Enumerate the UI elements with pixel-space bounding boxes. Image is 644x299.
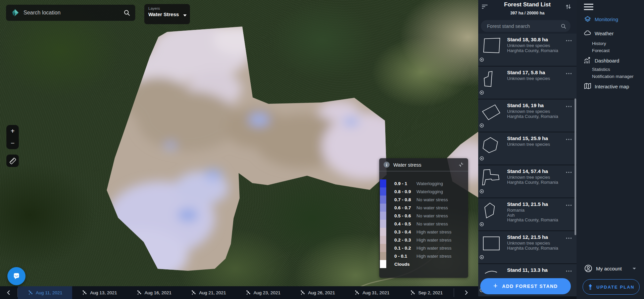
legend-range: 0.5 - 0.6 [394, 213, 416, 218]
locate-icon[interactable] [479, 222, 484, 228]
search-icon[interactable] [560, 23, 566, 29]
chat-support-button[interactable] [7, 267, 26, 285]
sidebar-subitem-forecast[interactable]: Forecast [577, 47, 644, 54]
my-account-label: My account [596, 266, 629, 271]
timeline-date-label: Aug 21, 2021 [199, 290, 226, 295]
legend-range: 0 - 0.1 [394, 254, 416, 259]
locate-icon[interactable] [479, 57, 484, 63]
my-account-menu[interactable]: My account [577, 264, 644, 273]
timeline-prev-button[interactable] [0, 286, 17, 299]
legend-description: High water stress [416, 238, 451, 243]
legend-row: 0 - 0.1High water stress [380, 252, 468, 260]
divider [379, 171, 468, 171]
legend-title: Water stress [393, 162, 455, 168]
legend-description: No water stress [416, 197, 448, 202]
legend-row: 0.8 - 0.9Waterlogging [380, 187, 468, 196]
sidebar-item-dashboard[interactable]: Dashboard [577, 56, 644, 65]
menu-hamburger-icon[interactable] [584, 4, 593, 10]
search-icon[interactable] [123, 9, 131, 16]
info-icon: i [383, 161, 390, 168]
legend-swatch [380, 236, 386, 244]
timeline-date-tab[interactable]: Aug 31, 2021 [345, 286, 399, 299]
timeline-date-tab[interactable]: Aug 16, 2021 [127, 286, 181, 299]
sidebar-item-label: Interactive map [595, 84, 629, 89]
timeline-date-tab[interactable]: Aug 13, 2021 [72, 286, 127, 299]
timeline-date-tab[interactable]: Aug 26, 2021 [290, 286, 345, 299]
stand-shape-thumbnail [482, 37, 501, 57]
collapse-icon[interactable] [458, 162, 464, 168]
legend-swatch [380, 260, 386, 268]
stand-name: Stand 12, 21.5 ha [507, 234, 548, 240]
sidebar-subitem-history[interactable]: History [577, 40, 644, 47]
sidebar-item-label: Monitoring [595, 16, 618, 22]
zoom-in-button[interactable]: + [6, 125, 19, 137]
stand-list-item[interactable]: Stand 16, 19 haUnknown tree speciesHargh… [478, 99, 577, 132]
locate-icon[interactable] [479, 123, 484, 129]
stand-list[interactable]: Stand 18, 30.8 haUnknown tree speciesHar… [478, 34, 577, 299]
upload-arrow-icon [588, 284, 593, 290]
sort-icon[interactable] [565, 4, 572, 11]
panel-title: Forest Stand List [478, 1, 577, 8]
locate-icon[interactable] [479, 156, 484, 162]
timeline-date-tab[interactable]: Aug 23, 2021 [236, 286, 290, 299]
more-options-button[interactable] [566, 267, 572, 273]
add-forest-stand-button[interactable]: + ADD FOREST STAND [480, 278, 571, 294]
sidebar-subitem-statistics[interactable]: Statistics [577, 66, 644, 73]
more-options-button[interactable] [566, 202, 572, 208]
stand-list-item[interactable]: Stand 17, 5.8 haUnknown tree species [478, 67, 577, 99]
stand-detail: Ash [507, 213, 558, 218]
stand-detail: Harghita County, Romania [507, 180, 558, 185]
satellite-map[interactable]: Layers Water Stress + − [0, 0, 478, 299]
legend-range: 0.3 - 0.4 [394, 229, 416, 234]
stand-list-item[interactable]: Stand 14, 57.4 haUnknown tree speciesHar… [478, 165, 577, 198]
measure-ruler-button[interactable] [6, 155, 19, 167]
stand-detail: Romania [507, 208, 558, 213]
layers-icon [583, 15, 592, 23]
satellite-icon [191, 290, 196, 295]
area-summary: 397 ha / 20000 ha [478, 11, 577, 15]
layers-selector[interactable]: Layers Water Stress [144, 4, 190, 24]
filter-icon[interactable] [482, 4, 488, 11]
brand-leaf-logo [11, 8, 19, 17]
more-options-button[interactable] [566, 37, 572, 43]
more-options-button[interactable] [566, 234, 572, 241]
ruler-icon [9, 157, 17, 165]
more-options-button[interactable] [566, 103, 572, 109]
legend-range: 0.8 - 0.9 [394, 189, 416, 194]
stand-shape-thumbnail [482, 136, 501, 156]
map-icon [583, 82, 592, 90]
legend-description: No water stress [416, 221, 448, 226]
sidebar-item-label: Dashboard [595, 58, 619, 63]
more-options-button[interactable] [566, 169, 572, 175]
zoom-out-button[interactable]: − [6, 137, 19, 149]
sidebar-item-weather[interactable]: Weather [577, 29, 644, 38]
legend-swatch [380, 204, 386, 212]
sidebar-item-monitoring[interactable]: Monitoring [577, 15, 644, 24]
legend-range: Clouds [394, 262, 416, 267]
stand-detail: Unknown tree species [507, 142, 550, 147]
sidebar-subitem-label: Notification manager [592, 74, 634, 79]
stand-shape-thumbnail [482, 169, 501, 188]
legend-row: 0.2 - 0.3High water stress [380, 236, 468, 244]
more-options-button[interactable] [566, 70, 572, 76]
stand-list-item[interactable]: Stand 12, 21.5 haUnknown tree speciesHar… [478, 231, 577, 263]
scrollbar-thumb[interactable] [575, 98, 576, 235]
legend-range: 0.4 - 0.5 [394, 221, 416, 226]
timeline-next-button[interactable] [454, 286, 478, 299]
stand-list-item[interactable]: Stand 15, 25.9 haUnknown tree species [478, 132, 577, 165]
chart-icon [583, 56, 592, 65]
sidebar-subitem-notification-manager[interactable]: Notification manager [577, 73, 644, 80]
locate-icon[interactable] [479, 255, 484, 261]
sidebar-item-interactive-map[interactable]: Interactive map [577, 82, 644, 91]
timeline-date-tab[interactable]: Sep 2, 2021 [399, 286, 454, 299]
stand-list-item[interactable]: Stand 13, 21.5 haRomaniaAshHarghita Coun… [478, 198, 577, 230]
locate-icon[interactable] [479, 189, 484, 195]
timeline-date-tab[interactable]: Aug 11, 2021 [18, 286, 72, 299]
locate-icon[interactable] [479, 90, 484, 96]
stand-list-item[interactable]: Stand 18, 30.8 haUnknown tree speciesHar… [478, 34, 577, 66]
search-location-input[interactable] [23, 9, 120, 16]
stand-search-input[interactable] [486, 23, 558, 29]
update-plan-button[interactable]: UPDATE PLAN [583, 279, 640, 295]
more-options-button[interactable] [566, 136, 572, 142]
timeline-date-tab[interactable]: Aug 21, 2021 [181, 286, 236, 299]
